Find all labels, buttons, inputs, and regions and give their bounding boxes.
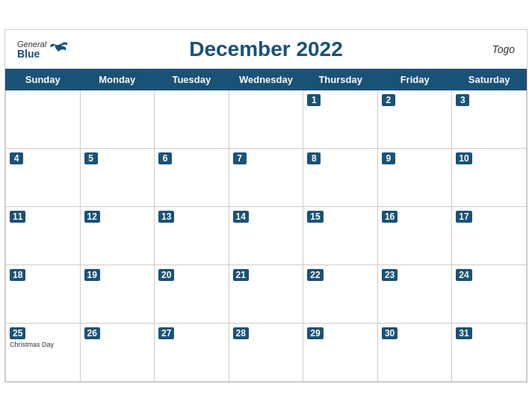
table-row: 9 [377,148,451,206]
table-row: 24 [452,265,527,323]
table-row [6,90,81,148]
calendar-container: General Blue December 2022 Togo Sunday M… [4,29,528,383]
table-row: 15 [303,206,378,265]
calendar-week-row: 18192021222324 [6,265,527,323]
day-number: 21 [233,269,249,281]
table-row: 1 [303,90,378,148]
table-row [80,90,155,148]
table-row: 26 [80,323,155,381]
day-number: 15 [307,211,323,223]
day-number: 16 [382,211,398,223]
table-row: 8 [303,148,378,206]
calendar-grid: Sunday Monday Tuesday Wednesday Thursday… [5,69,527,382]
table-row: 30 [377,323,451,381]
weekday-header-row: Sunday Monday Tuesday Wednesday Thursday… [6,69,527,90]
table-row: 27 [155,323,229,381]
holiday-label: Christmas Day [10,341,76,348]
day-number: 5 [84,152,98,164]
table-row: 6 [155,148,229,206]
day-number: 1 [307,94,321,106]
table-row: 29 [303,323,378,381]
country-label: Togo [492,43,515,55]
day-number: 7 [233,152,247,164]
table-row: 12 [80,206,155,265]
table-row: 2 [377,90,451,148]
table-row: 11 [6,206,81,265]
table-row: 5 [80,148,155,206]
table-row: 20 [155,265,229,323]
day-number: 8 [307,152,321,164]
header-tuesday: Tuesday [155,69,229,90]
day-number: 13 [158,211,174,223]
table-row: 13 [155,206,229,265]
table-row: 22 [303,265,378,323]
table-row: 19 [80,265,155,323]
table-row: 25Christmas Day [6,323,81,381]
calendar-title: December 2022 [189,37,342,61]
day-number: 30 [382,327,398,339]
header-wednesday: Wednesday [229,69,303,90]
table-row: 21 [229,265,303,323]
table-row [155,90,229,148]
header-thursday: Thursday [303,69,378,90]
day-number: 4 [10,152,23,164]
table-row [229,90,303,148]
calendar-week-row: 123 [6,90,527,148]
day-number: 20 [158,269,174,281]
day-number: 17 [456,211,471,223]
table-row: 28 [229,323,303,381]
table-row: 16 [377,206,451,265]
day-number: 26 [84,327,100,339]
day-number: 3 [456,94,469,106]
table-row: 14 [229,206,303,265]
table-row: 17 [452,206,527,265]
header-monday: Monday [80,69,155,90]
header-saturday: Saturday [452,69,527,90]
table-row: 18 [6,265,81,323]
day-number: 2 [382,94,395,106]
day-number: 29 [307,327,323,339]
calendar-week-row: 25Christmas Day262728293031 [6,323,527,381]
table-row: 23 [377,265,451,323]
calendar-header: General Blue December 2022 Togo [5,30,527,69]
day-number: 28 [233,327,249,339]
calendar-week-row: 11121314151617 [6,206,527,265]
day-number: 18 [10,269,25,281]
day-number: 24 [456,269,471,281]
logo: General Blue [17,40,70,58]
day-number: 11 [10,211,25,223]
day-number: 31 [456,327,471,339]
logo-bird-icon [48,42,70,57]
day-number: 25 [10,327,25,339]
header-friday: Friday [377,69,451,90]
calendar-week-row: 45678910 [6,148,527,206]
table-row: 10 [452,148,527,206]
table-row: 3 [452,90,527,148]
table-row: 31 [452,323,527,381]
logo-blue-text: Blue [17,48,46,58]
day-number: 14 [233,211,249,223]
day-number: 9 [382,152,395,164]
day-number: 12 [84,211,100,223]
day-number: 19 [84,269,100,281]
day-number: 23 [382,269,398,281]
day-number: 10 [456,152,471,164]
table-row: 7 [229,148,303,206]
day-number: 6 [158,152,172,164]
table-row: 4 [6,148,81,206]
day-number: 27 [158,327,174,339]
day-number: 22 [307,269,323,281]
header-sunday: Sunday [6,69,81,90]
